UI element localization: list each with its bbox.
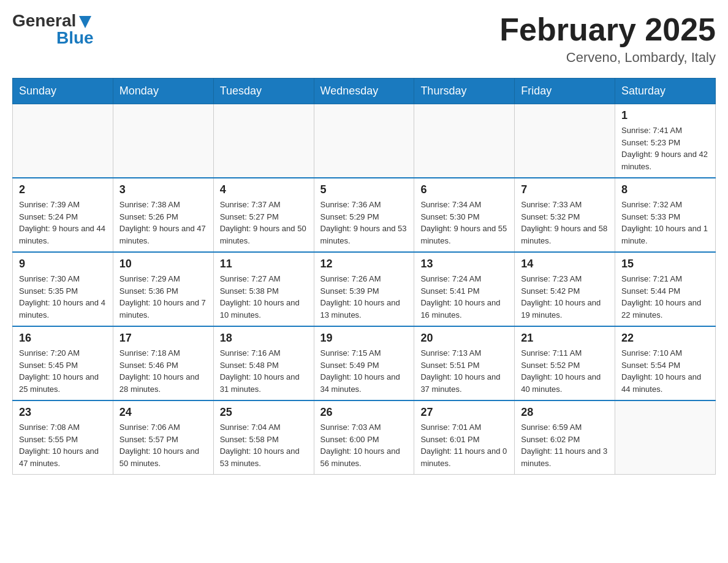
day-info: Sunrise: 7:11 AMSunset: 5:52 PMDaylight:… (521, 347, 609, 395)
calendar-cell: 6Sunrise: 7:34 AMSunset: 5:30 PMDaylight… (414, 178, 515, 252)
day-number: 4 (220, 183, 308, 196)
calendar-cell: 7Sunrise: 7:33 AMSunset: 5:32 PMDaylight… (515, 178, 615, 252)
calendar-cell: 22Sunrise: 7:10 AMSunset: 5:54 PMDayligh… (615, 326, 716, 400)
day-info: Sunrise: 7:03 AMSunset: 6:00 PMDaylight:… (320, 421, 408, 469)
calendar-cell: 17Sunrise: 7:18 AMSunset: 5:46 PMDayligh… (113, 326, 213, 400)
day-info: Sunrise: 7:30 AMSunset: 5:35 PMDaylight:… (19, 273, 107, 321)
calendar-table: SundayMondayTuesdayWednesdayThursdayFrid… (12, 78, 716, 475)
day-info: Sunrise: 7:26 AMSunset: 5:39 PMDaylight:… (320, 273, 408, 321)
page-header: General Blue February 2025 Cerveno, Lomb… (12, 12, 716, 66)
day-info: Sunrise: 7:38 AMSunset: 5:26 PMDaylight:… (119, 199, 207, 247)
calendar-cell: 2Sunrise: 7:39 AMSunset: 5:24 PMDaylight… (13, 178, 113, 252)
calendar-header-wednesday: Wednesday (314, 79, 414, 104)
calendar-cell: 28Sunrise: 6:59 AMSunset: 6:02 PMDayligh… (515, 400, 615, 475)
day-number: 16 (19, 332, 107, 345)
calendar-header-saturday: Saturday (615, 79, 716, 104)
calendar-cell: 24Sunrise: 7:06 AMSunset: 5:57 PMDayligh… (113, 400, 213, 475)
day-info: Sunrise: 7:36 AMSunset: 5:29 PMDaylight:… (320, 199, 408, 247)
calendar-cell: 5Sunrise: 7:36 AMSunset: 5:29 PMDaylight… (314, 178, 414, 252)
calendar-cell (113, 104, 213, 178)
day-number: 24 (119, 406, 207, 419)
calendar-header-tuesday: Tuesday (213, 79, 314, 104)
calendar-cell (515, 104, 615, 178)
day-number: 8 (621, 183, 709, 196)
calendar-cell: 9Sunrise: 7:30 AMSunset: 5:35 PMDaylight… (13, 252, 113, 326)
day-number: 1 (621, 109, 709, 122)
calendar-cell: 13Sunrise: 7:24 AMSunset: 5:41 PMDayligh… (414, 252, 515, 326)
day-info: Sunrise: 7:34 AMSunset: 5:30 PMDaylight:… (420, 199, 508, 247)
day-number: 13 (420, 258, 508, 270)
day-info: Sunrise: 7:33 AMSunset: 5:32 PMDaylight:… (521, 199, 609, 247)
day-info: Sunrise: 7:18 AMSunset: 5:46 PMDaylight:… (119, 347, 207, 395)
day-number: 6 (420, 183, 508, 196)
day-number: 19 (320, 332, 408, 345)
day-info: Sunrise: 7:32 AMSunset: 5:33 PMDaylight:… (621, 199, 709, 247)
calendar-cell: 8Sunrise: 7:32 AMSunset: 5:33 PMDaylight… (615, 178, 716, 252)
day-info: Sunrise: 7:10 AMSunset: 5:54 PMDaylight:… (621, 347, 709, 395)
calendar-cell: 18Sunrise: 7:16 AMSunset: 5:48 PMDayligh… (213, 326, 314, 400)
day-info: Sunrise: 7:37 AMSunset: 5:27 PMDaylight:… (220, 199, 308, 247)
day-info: Sunrise: 7:15 AMSunset: 5:49 PMDaylight:… (320, 347, 408, 395)
calendar-header-row: SundayMondayTuesdayWednesdayThursdayFrid… (13, 79, 716, 104)
day-number: 23 (19, 406, 107, 419)
calendar-cell: 12Sunrise: 7:26 AMSunset: 5:39 PMDayligh… (314, 252, 414, 326)
day-info: Sunrise: 7:06 AMSunset: 5:57 PMDaylight:… (119, 421, 207, 469)
day-number: 10 (119, 258, 207, 270)
calendar-cell: 10Sunrise: 7:29 AMSunset: 5:36 PMDayligh… (113, 252, 213, 326)
day-number: 21 (521, 332, 609, 345)
calendar-header-friday: Friday (515, 79, 615, 104)
calendar-cell: 23Sunrise: 7:08 AMSunset: 5:55 PMDayligh… (13, 400, 113, 475)
day-info: Sunrise: 7:01 AMSunset: 6:01 PMDaylight:… (420, 421, 508, 469)
day-number: 25 (220, 406, 308, 419)
day-number: 11 (220, 258, 308, 270)
calendar-cell: 1Sunrise: 7:41 AMSunset: 5:23 PMDaylight… (615, 104, 716, 178)
month-title: February 2025 (499, 12, 716, 47)
day-number: 26 (320, 406, 408, 419)
calendar-cell: 26Sunrise: 7:03 AMSunset: 6:00 PMDayligh… (314, 400, 414, 475)
day-number: 3 (119, 183, 207, 196)
day-info: Sunrise: 7:04 AMSunset: 5:58 PMDaylight:… (220, 421, 308, 469)
day-number: 2 (19, 183, 107, 196)
day-number: 7 (521, 183, 609, 196)
calendar-cell (213, 104, 314, 178)
calendar-week-row-5: 23Sunrise: 7:08 AMSunset: 5:55 PMDayligh… (13, 400, 716, 475)
calendar-header-thursday: Thursday (414, 79, 515, 104)
calendar-cell: 14Sunrise: 7:23 AMSunset: 5:42 PMDayligh… (515, 252, 615, 326)
day-number: 9 (19, 258, 107, 270)
calendar-cell: 25Sunrise: 7:04 AMSunset: 5:58 PMDayligh… (213, 400, 314, 475)
calendar-cell: 16Sunrise: 7:20 AMSunset: 5:45 PMDayligh… (13, 326, 113, 400)
day-number: 20 (420, 332, 508, 345)
calendar-cell: 15Sunrise: 7:21 AMSunset: 5:44 PMDayligh… (615, 252, 716, 326)
day-info: Sunrise: 7:08 AMSunset: 5:55 PMDaylight:… (19, 421, 107, 469)
calendar-week-row-3: 9Sunrise: 7:30 AMSunset: 5:35 PMDaylight… (13, 252, 716, 326)
day-info: Sunrise: 7:21 AMSunset: 5:44 PMDaylight:… (621, 273, 709, 321)
day-number: 17 (119, 332, 207, 345)
calendar-header-monday: Monday (113, 79, 213, 104)
day-info: Sunrise: 6:59 AMSunset: 6:02 PMDaylight:… (521, 421, 609, 469)
logo-general-text: General (12, 12, 76, 29)
calendar-cell (414, 104, 515, 178)
calendar-cell: 20Sunrise: 7:13 AMSunset: 5:51 PMDayligh… (414, 326, 515, 400)
day-number: 5 (320, 183, 408, 196)
day-info: Sunrise: 7:13 AMSunset: 5:51 PMDaylight:… (420, 347, 508, 395)
day-info: Sunrise: 7:39 AMSunset: 5:24 PMDaylight:… (19, 199, 107, 247)
day-info: Sunrise: 7:20 AMSunset: 5:45 PMDaylight:… (19, 347, 107, 395)
calendar-week-row-4: 16Sunrise: 7:20 AMSunset: 5:45 PMDayligh… (13, 326, 716, 400)
calendar-cell: 11Sunrise: 7:27 AMSunset: 5:38 PMDayligh… (213, 252, 314, 326)
day-number: 18 (220, 332, 308, 345)
logo-blue-text: Blue (56, 29, 94, 47)
logo: General Blue (12, 12, 94, 47)
calendar-cell: 4Sunrise: 7:37 AMSunset: 5:27 PMDaylight… (213, 178, 314, 252)
day-number: 22 (621, 332, 709, 345)
day-number: 28 (521, 406, 609, 419)
calendar-cell (314, 104, 414, 178)
day-number: 15 (621, 258, 709, 270)
calendar-cell (615, 400, 716, 475)
day-info: Sunrise: 7:29 AMSunset: 5:36 PMDaylight:… (119, 273, 207, 321)
calendar-header-sunday: Sunday (13, 79, 113, 104)
logo-triangle-icon (79, 16, 91, 28)
day-info: Sunrise: 7:41 AMSunset: 5:23 PMDaylight:… (621, 124, 709, 172)
day-number: 14 (521, 258, 609, 270)
day-number: 27 (420, 406, 508, 419)
day-number: 12 (320, 258, 408, 270)
